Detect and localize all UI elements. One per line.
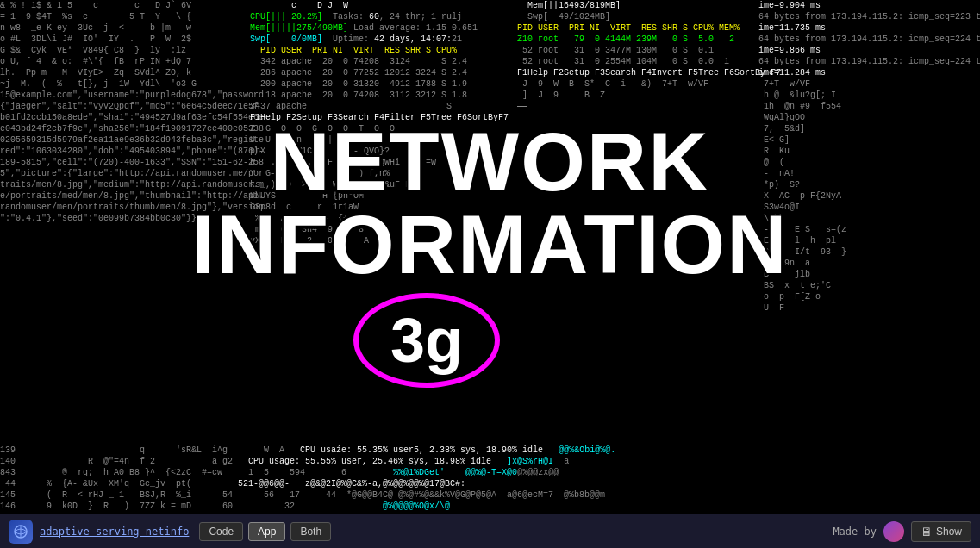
terminal-background: & % ! 1$ & 1 5 c c D J` 6V = 1 9 $4T %s …: [0, 0, 980, 548]
terminal-col4: ime=9.904 ms 64 bytes from 173.194.115.2…: [758, 0, 980, 325]
toolbar: adaptive-serving-netinfo Code App Both M…: [0, 514, 980, 548]
show-icon: 🖥: [921, 525, 933, 539]
toolbar-left: adaptive-serving-netinfo Code App Both: [9, 520, 333, 544]
app-icon: [9, 520, 33, 544]
author-avatar: [883, 521, 904, 542]
tab-both[interactable]: Both: [290, 522, 331, 541]
terminal-col1: & % ! 1$ & 1 5 c c D J` 6V = 1 9 $4T %s …: [0, 0, 250, 224]
tab-app[interactable]: App: [248, 522, 285, 541]
terminal-col2: c D J W CPU[||| 20.2%] Tasks: 60, 24 thr…: [250, 0, 517, 258]
show-label: Show: [936, 526, 962, 538]
show-button[interactable]: 🖥 Show: [911, 521, 971, 542]
app-name-link[interactable]: adaptive-serving-netinfo: [40, 526, 189, 538]
made-by-label: Made by: [833, 526, 877, 538]
network-type-circle: 3g: [353, 293, 500, 388]
toolbar-right: Made by 🖥 Show: [833, 521, 971, 542]
terminal-col3: Mem[||16493/819MB] Swp[ 49/1024MB] PID U…: [517, 0, 758, 112]
network-type-value: 3g: [390, 305, 463, 376]
tab-code[interactable]: Code: [199, 522, 243, 541]
status-lines: 139 q 'sR&L i^g W A CPU usaźe: 55.35% us…: [0, 445, 980, 512]
